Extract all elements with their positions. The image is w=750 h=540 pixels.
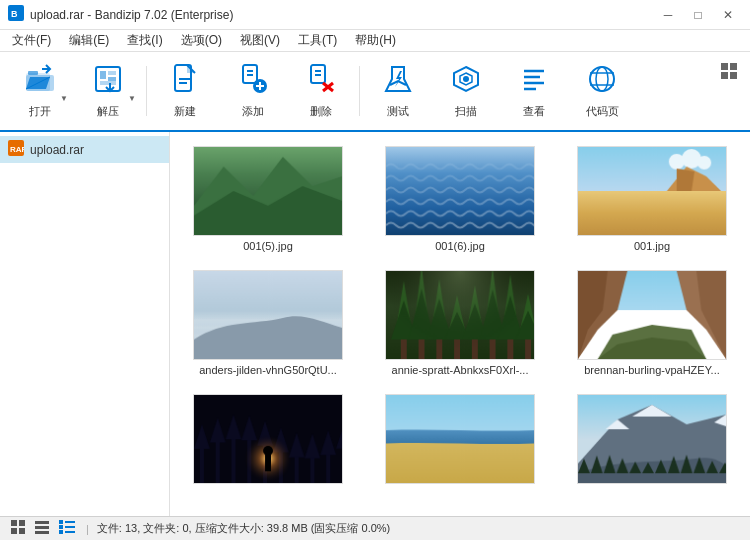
sidebar-item-rar[interactable]: RAR upload.rar: [0, 136, 169, 163]
menu-options[interactable]: 选项(O): [173, 30, 230, 51]
title-bar-left: B upload.rar - Bandizip 7.02 (Enterprise…: [8, 5, 233, 24]
file-item-6[interactable]: [180, 390, 356, 492]
status-bar: | 文件: 13, 文件夹: 0, 压缩文件大小: 39.8 MB (固实压缩 …: [0, 516, 750, 540]
svg-rect-38: [721, 72, 728, 79]
scan-icon: [450, 63, 482, 100]
menu-edit[interactable]: 编辑(E): [61, 30, 117, 51]
menu-find[interactable]: 查找(I): [119, 30, 170, 51]
svg-point-27: [463, 76, 469, 82]
file-name-4: annie-spratt-AbnkxsF0Xrl-...: [392, 364, 529, 376]
list-view-button[interactable]: [32, 519, 52, 538]
app-icon: B: [8, 5, 24, 24]
status-view-icons: [8, 519, 78, 538]
scan-label: 扫描: [455, 104, 477, 119]
minimize-button[interactable]: ─: [654, 5, 682, 25]
menu-file[interactable]: 文件(F): [4, 30, 59, 51]
view-label: 查看: [523, 104, 545, 119]
file-view[interactable]: 001(5).jpg 001(6).jpg 001.jpg anders-jil…: [170, 132, 750, 516]
add-label: 添加: [242, 104, 264, 119]
svg-text:RAR: RAR: [10, 145, 24, 154]
status-separator: |: [86, 523, 89, 535]
main-area: RAR upload.rar 001(5).jpg 001(6).jpg 001…: [0, 132, 750, 516]
delete-icon: [305, 63, 337, 100]
menu-view[interactable]: 视图(V): [232, 30, 288, 51]
svg-rect-53: [59, 530, 63, 534]
test-icon: [382, 63, 414, 100]
menu-bar: 文件(F) 编辑(E) 查找(I) 选项(O) 视图(V) 工具(T) 帮助(H…: [0, 30, 750, 52]
file-name-1: 001(6).jpg: [435, 240, 485, 252]
svg-rect-46: [35, 521, 49, 524]
add-button[interactable]: 添加: [221, 57, 285, 125]
title-bar-controls: ─ □ ✕: [654, 5, 742, 25]
detail-view-button[interactable]: [56, 519, 78, 538]
thumb-image-7: [385, 394, 535, 484]
layout-toggle[interactable]: [716, 58, 742, 87]
extract-button[interactable]: 解压 ▼: [76, 57, 140, 125]
svg-rect-48: [35, 531, 49, 534]
thumb-image-0: [193, 146, 343, 236]
menu-help[interactable]: 帮助(H): [347, 30, 404, 51]
svg-rect-39: [730, 72, 737, 79]
svg-rect-42: [11, 520, 17, 526]
test-button[interactable]: 测试: [366, 57, 430, 125]
title-bar: B upload.rar - Bandizip 7.02 (Enterprise…: [0, 0, 750, 30]
status-text: 文件: 13, 文件夹: 0, 压缩文件大小: 39.8 MB (固实压缩 0.…: [97, 521, 390, 536]
grid-view-button[interactable]: [8, 519, 28, 538]
codepage-label: 代码页: [586, 104, 619, 119]
view-icon: [518, 63, 550, 100]
file-item-0[interactable]: 001(5).jpg: [180, 142, 356, 256]
open-button[interactable]: 打开 ▼: [8, 57, 72, 125]
maximize-button[interactable]: □: [684, 5, 712, 25]
file-item-2[interactable]: 001.jpg: [564, 142, 740, 256]
file-item-3[interactable]: anders-jilden-vhnG50rQtU...: [180, 266, 356, 380]
svg-rect-47: [35, 526, 49, 529]
rar-icon: RAR: [8, 140, 24, 159]
thumb-image-1: [385, 146, 535, 236]
svg-rect-9: [108, 77, 116, 81]
sidebar: RAR upload.rar: [0, 132, 170, 516]
sidebar-item-label: upload.rar: [30, 143, 84, 157]
menu-tools[interactable]: 工具(T): [290, 30, 345, 51]
extract-icon: [92, 63, 124, 100]
svg-rect-37: [730, 63, 737, 70]
file-name-0: 001(5).jpg: [243, 240, 293, 252]
file-name-5: brennan-burling-vpaHZEY...: [584, 364, 720, 376]
svg-rect-49: [59, 520, 63, 524]
svg-rect-10: [100, 81, 116, 85]
extract-arrow: ▼: [128, 94, 136, 103]
file-item-8[interactable]: [564, 390, 740, 492]
thumb-image-6: [193, 394, 343, 484]
scan-button[interactable]: 扫描: [434, 57, 498, 125]
svg-rect-51: [59, 525, 63, 529]
file-name-2: 001.jpg: [634, 240, 670, 252]
svg-rect-36: [721, 63, 728, 70]
delete-label: 删除: [310, 104, 332, 119]
test-label: 测试: [387, 104, 409, 119]
file-item-1[interactable]: 001(6).jpg: [372, 142, 548, 256]
svg-rect-50: [65, 521, 75, 523]
delete-button[interactable]: 删除: [289, 57, 353, 125]
close-button[interactable]: ✕: [714, 5, 742, 25]
sep-1: [146, 66, 147, 116]
thumb-image-8: [577, 394, 727, 484]
svg-rect-4: [28, 71, 38, 75]
file-item-5[interactable]: brennan-burling-vpaHZEY...: [564, 266, 740, 380]
new-icon: [169, 63, 201, 100]
open-label: 打开: [29, 104, 51, 119]
file-name-3: anders-jilden-vhnG50rQtU...: [199, 364, 337, 376]
codepage-icon: [586, 63, 618, 100]
svg-point-32: [590, 67, 614, 91]
svg-rect-7: [100, 71, 106, 79]
svg-rect-44: [11, 528, 17, 534]
thumb-image-2: [577, 146, 727, 236]
view-button[interactable]: 查看: [502, 57, 566, 125]
svg-rect-54: [65, 531, 75, 533]
file-item-7[interactable]: [372, 390, 548, 492]
file-item-4[interactable]: annie-spratt-AbnkxsF0Xrl-...: [372, 266, 548, 380]
title-text: upload.rar - Bandizip 7.02 (Enterprise): [30, 8, 233, 22]
svg-rect-8: [108, 71, 116, 75]
toolbar: 打开 ▼ 解压 ▼: [0, 52, 750, 132]
codepage-button[interactable]: 代码页: [570, 57, 634, 125]
thumb-image-3: [193, 270, 343, 360]
new-button[interactable]: 新建: [153, 57, 217, 125]
